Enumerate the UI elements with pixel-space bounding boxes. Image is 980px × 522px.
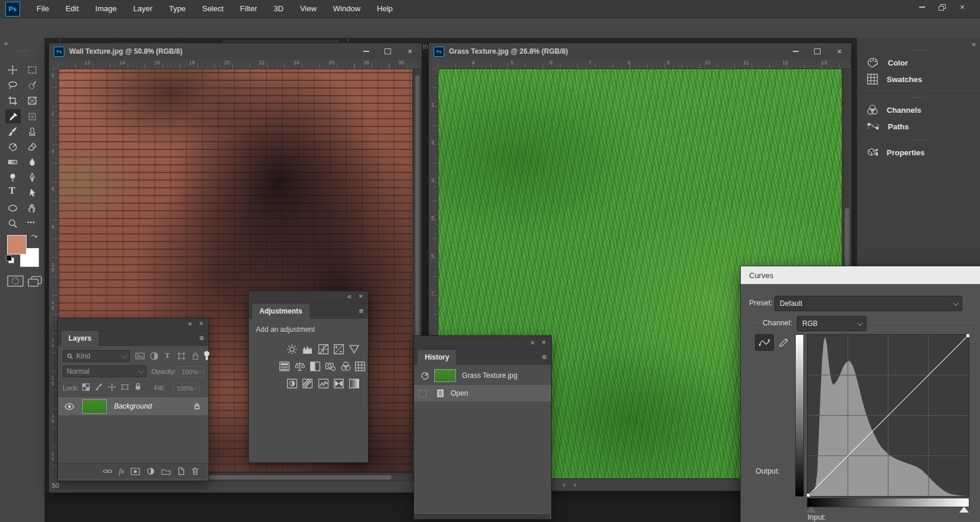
- menu-file[interactable]: File: [28, 0, 57, 18]
- grass-maximize-button[interactable]: [806, 45, 828, 58]
- quick-mask-icon[interactable]: [7, 275, 24, 287]
- adj-channel-mixer-icon[interactable]: [340, 361, 351, 372]
- frame-tool-icon[interactable]: [27, 96, 37, 106]
- more-tools-icon[interactable]: •••: [27, 219, 35, 226]
- history-entry-snapshot[interactable]: Grass Texture.jpg: [414, 367, 551, 384]
- lock-all-icon[interactable]: [134, 382, 142, 391]
- layer-thumbnail[interactable]: [82, 399, 107, 414]
- blur-tool-icon[interactable]: [27, 157, 37, 167]
- filter-image-icon[interactable]: [135, 351, 145, 361]
- fill-value-box[interactable]: 100%: [173, 383, 200, 394]
- hand-tool-icon[interactable]: [27, 203, 37, 213]
- menu-image[interactable]: Image: [87, 0, 125, 18]
- link-layers-icon[interactable]: [103, 467, 112, 475]
- ellipse-tool-icon[interactable]: [8, 203, 18, 213]
- filter-shape-icon[interactable]: [177, 351, 186, 361]
- wall-window-titlebar[interactable]: Ps Wall Texture.jpg @ 50.8% (RGB/8) ×: [49, 43, 422, 60]
- draw-curve-pencil-icon[interactable]: [777, 336, 790, 349]
- menu-filter[interactable]: Filter: [232, 0, 265, 18]
- menu-select[interactable]: Select: [194, 0, 232, 18]
- adj-exposure-icon[interactable]: [333, 344, 344, 355]
- drag-grip[interactable]: [912, 139, 926, 141]
- filter-type-icon[interactable]: T: [165, 351, 170, 360]
- adj-vibrance-icon[interactable]: [349, 344, 360, 355]
- eraser-tool-icon[interactable]: [27, 142, 37, 152]
- menu-type[interactable]: Type: [161, 0, 194, 18]
- panel-menu-icon[interactable]: ≡: [359, 307, 363, 315]
- blend-mode-dropdown[interactable]: Normal: [63, 366, 146, 377]
- collapse-panel-icon[interactable]: «: [347, 292, 351, 301]
- menu-edit[interactable]: Edit: [57, 0, 87, 18]
- close-panel-icon[interactable]: ×: [542, 338, 546, 347]
- adj-black-white-icon[interactable]: [310, 361, 321, 372]
- grass-minimize-button[interactable]: [785, 45, 806, 58]
- wall-close-button[interactable]: ×: [398, 45, 422, 58]
- lock-pixels-icon[interactable]: [95, 383, 103, 392]
- collapse-panel-icon[interactable]: «: [530, 338, 535, 347]
- grass-close-button[interactable]: ×: [828, 45, 851, 58]
- history-entry-open[interactable]: Open: [414, 385, 551, 402]
- app-minimize-button[interactable]: [912, 0, 932, 14]
- curves-grid[interactable]: [807, 334, 969, 497]
- adj-photo-filter-icon[interactable]: [325, 361, 336, 372]
- curve-shadow-handle[interactable]: [806, 493, 810, 497]
- dodge-tool-icon[interactable]: [8, 172, 18, 182]
- quick-selection-tool-icon[interactable]: [27, 80, 37, 90]
- zoom-tool-icon[interactable]: [8, 218, 18, 229]
- adj-hue-saturation-icon[interactable]: [279, 361, 290, 372]
- tab-layers[interactable]: Layers: [61, 331, 99, 346]
- screen-mode-icon[interactable]: [28, 276, 42, 287]
- opacity-value-box[interactable]: 100%: [178, 366, 204, 377]
- adj-threshold-icon[interactable]: [318, 378, 329, 389]
- app-close-button[interactable]: ×: [952, 0, 972, 14]
- adj-curves-icon[interactable]: [318, 344, 329, 355]
- swap-colors-icon[interactable]: [30, 233, 39, 242]
- path-selection-tool-icon[interactable]: [27, 188, 37, 198]
- preset-dropdown[interactable]: Default: [774, 296, 962, 311]
- close-panel-icon[interactable]: ×: [199, 319, 203, 328]
- lasso-tool-icon[interactable]: [8, 80, 18, 90]
- lock-position-icon[interactable]: [108, 383, 116, 392]
- lock-artboard-icon[interactable]: [121, 383, 129, 392]
- marquee-tool-icon[interactable]: [27, 65, 37, 75]
- adj-color-balance-icon[interactable]: [294, 361, 305, 372]
- adj-brightness-contrast-icon[interactable]: [286, 344, 298, 355]
- curve-point-mode-button[interactable]: [755, 334, 774, 351]
- history-source-checkbox[interactable]: [419, 390, 426, 397]
- foreground-color-swatch[interactable]: [7, 235, 27, 255]
- default-colors-icon[interactable]: [6, 255, 14, 263]
- filter-toggle-icon[interactable]: [203, 350, 210, 361]
- tab-history[interactable]: History: [418, 350, 456, 365]
- curves-titlebar[interactable]: Curves: [741, 266, 980, 284]
- wall-minimize-button[interactable]: [356, 45, 377, 58]
- adj-selective-color-icon[interactable]: [333, 378, 344, 389]
- pen-tool-icon[interactable]: [27, 172, 37, 182]
- menu-layer[interactable]: Layer: [125, 0, 161, 18]
- highlight-input-slider[interactable]: [959, 507, 969, 513]
- menu-view[interactable]: View: [292, 0, 325, 18]
- app-restore-button[interactable]: [932, 0, 952, 14]
- brush-tool-icon[interactable]: [8, 126, 18, 136]
- grass-window-titlebar[interactable]: Ps Grass Texture.jpg @ 26.8% (RGB/8) ×: [429, 43, 851, 60]
- menu-window[interactable]: Window: [325, 0, 369, 18]
- filter-adjustment-icon[interactable]: [149, 351, 159, 361]
- drag-grip[interactable]: [912, 97, 926, 98]
- add-mask-icon[interactable]: [131, 468, 140, 475]
- adj-color-lookup-icon[interactable]: [354, 361, 366, 372]
- filter-smart-object-icon[interactable]: [191, 351, 200, 361]
- lock-transparency-icon[interactable]: [82, 383, 90, 392]
- dock-item-swatches[interactable]: Swatches: [857, 71, 980, 87]
- panel-menu-icon[interactable]: ≡: [542, 353, 546, 361]
- menu-3d[interactable]: 3D: [265, 0, 292, 18]
- history-brush-source-icon[interactable]: [420, 371, 429, 380]
- drag-grip[interactable]: [912, 50, 926, 51]
- delete-layer-icon[interactable]: [191, 467, 199, 475]
- new-layer-icon[interactable]: [177, 467, 185, 475]
- dock-item-paths[interactable]: Paths: [857, 118, 980, 135]
- gradient-tool-icon[interactable]: [8, 157, 18, 167]
- type-tool-icon[interactable]: T: [9, 185, 15, 196]
- channel-dropdown[interactable]: RGB: [797, 316, 867, 331]
- menu-help[interactable]: Help: [369, 0, 401, 18]
- drag-grip[interactable]: [15, 50, 29, 51]
- clone-stamp-tool-icon[interactable]: [27, 126, 37, 136]
